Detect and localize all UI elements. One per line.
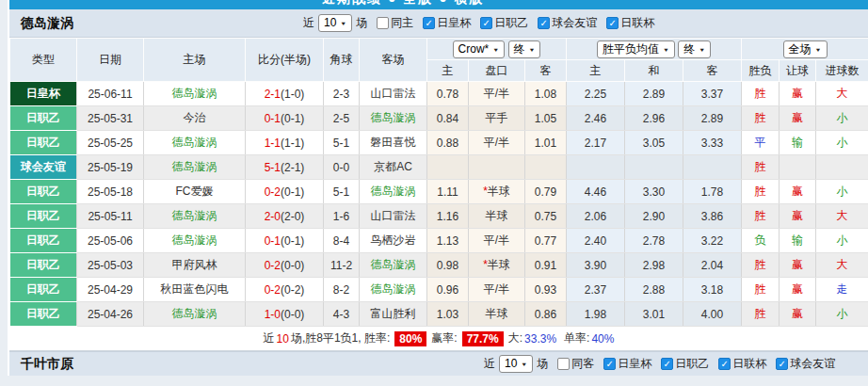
filter-checkbox-away-1[interactable]: ✓日职乙 — [661, 356, 709, 372]
col-subheader-result: 胜负 — [742, 60, 780, 82]
table-row: 日职乙25-05-03甲府风林0-2(0-0)11-2德岛漩涡0.98*半球0.… — [10, 253, 868, 278]
checkbox-unchecked-icon[interactable] — [377, 17, 389, 29]
checkbox-unchecked-icon[interactable] — [557, 358, 570, 370]
handicap-odds-home: 0.78 — [427, 82, 469, 106]
goals-result: 大 — [816, 82, 868, 106]
result-badge: 胜 — [742, 106, 780, 131]
home-team: 甲府风林 — [144, 253, 246, 278]
match-count-select-away[interactable]: 10▼ — [499, 355, 533, 373]
avg-odds-lose: 3.37 — [683, 82, 742, 106]
full-time-score: 2-0 — [265, 210, 281, 223]
checkbox-checked-icon[interactable]: ✓ — [538, 17, 550, 29]
same-venue-checkbox-away[interactable]: 同客 — [557, 356, 594, 372]
filter-checkbox-home-3[interactable]: ✓日联杯 — [606, 15, 654, 31]
away-team: 京都AC — [360, 155, 427, 180]
chevron-down-icon: ▼ — [492, 42, 499, 56]
corner-score: 2-3 — [324, 82, 360, 106]
avg-odds-win: 2.37 — [567, 278, 625, 302]
away-team: 德岛漩涡 — [360, 278, 427, 302]
recent-matches-table: 类型 日期 主场 比分(半场) 角球 客场 Crow*▼ 终▼ 胜平负均值▼ 终… — [9, 38, 868, 327]
result-badge: 胜 — [742, 180, 780, 204]
away-team: 山口雷法 — [360, 82, 427, 106]
recent-results-panel: 近期战绩 ● 全版 ● 横版 德岛漩涡 近10▼场同主✓日皇杯✓日职乙✓球会友谊… — [0, 0, 868, 386]
score-cell: 0-1(0-1) — [246, 229, 324, 253]
scope-select[interactable]: 全场▼ — [783, 40, 828, 58]
score-cell: 0-1(0-1) — [246, 106, 324, 131]
checkbox-checked-icon[interactable]: ✓ — [480, 17, 492, 29]
score-cell: 2-0(2-0) — [246, 204, 324, 229]
avg-source-select[interactable]: 胜平负均值▼ — [597, 40, 675, 58]
handicap-odds-home: 1.16 — [427, 204, 469, 229]
scope-select-cell: 全场▼ — [742, 39, 868, 60]
avg-odds-lose: 3.22 — [683, 229, 742, 253]
handicap-odds-away: 0.77 — [525, 229, 567, 253]
half-time-score: (0-2) — [281, 283, 304, 297]
handicap-line: 半球 — [469, 302, 525, 327]
col-subheader-handicap-result: 让球 — [780, 60, 816, 82]
handicap-line: 半球 — [469, 204, 525, 229]
table-row: 日皇杯25-06-11德岛漩涡2-1(1-0)2-3山口雷法0.78平/半1.0… — [10, 82, 868, 106]
match-date: 25-05-06 — [77, 229, 144, 253]
recent-filter-controls: 近10▼场同主✓日皇杯✓日职乙✓球会友谊✓日联杯 — [303, 14, 654, 32]
filter-checkbox-away-0[interactable]: ✓日皇杯 — [603, 356, 651, 372]
odds-time-select-2[interactable]: 终▼ — [678, 40, 711, 58]
same-venue-checkbox-away-label: 同客 — [571, 356, 594, 372]
handicap-odds-away: 1.01 — [525, 131, 567, 155]
avg-odds-draw: 2.78 — [625, 229, 683, 253]
col-subheader-avg-lose: 客 — [683, 60, 742, 82]
same-venue-checkbox-home[interactable]: 同主 — [377, 15, 413, 31]
filter-checkbox-home-1[interactable]: ✓日职乙 — [480, 15, 528, 31]
top-tabs-bar[interactable]: 近期战绩 ● 全版 ● 横版 — [9, 0, 868, 9]
avg-odds-win — [567, 155, 625, 180]
top-tabs-label: 近期战绩 ● 全版 ● 横版 — [322, 0, 484, 8]
handicap-odds-home: 0.96 — [427, 278, 469, 302]
checkbox-checked-icon[interactable]: ✓ — [776, 358, 788, 370]
handicap-line: 平/半 — [469, 278, 525, 302]
table-row: 日职乙25-05-06德岛漩涡0-1(0-1)8-4鸟栖沙岩1.13平/半0.7… — [10, 229, 868, 253]
checkbox-checked-icon[interactable]: ✓ — [661, 358, 673, 370]
chevron-down-icon: ▼ — [340, 17, 346, 30]
result-badge: 胜 — [742, 278, 780, 302]
avg-odds-lose: 3.86 — [683, 204, 742, 229]
half-time-score: (0-0) — [281, 308, 304, 321]
corner-score: 5-1 — [324, 131, 360, 155]
table-row: 日职乙25-04-29秋田蓝色闪电0-2(0-2)8-2德岛漩涡0.96平/半0… — [10, 278, 868, 302]
avg-odds-win: 4.46 — [567, 180, 625, 204]
filter-checkbox-home-0[interactable]: ✓日皇杯 — [423, 15, 471, 31]
handicap-odds-home: 0.88 — [427, 131, 469, 155]
filter-checkbox-home-2-label: 球会友谊 — [552, 15, 597, 31]
avg-odds-win: 2.06 — [567, 204, 625, 229]
table-row: 球会友谊25-05-19德岛漩涡5-1(2-1)0-0京都AC胜 — [10, 155, 868, 180]
score-cell: 5-1(2-1) — [246, 155, 324, 180]
table-row: 日职乙25-05-31今治0-1(0-1)2-5德岛漩涡0.84平手1.052.… — [10, 106, 868, 131]
col-subheader-handicap-line: 盘口 — [469, 60, 525, 82]
goals-result — [816, 155, 868, 180]
table-row: 日职乙25-05-11德岛漩涡2-0(2-0)1-6山口雷法1.16半球0.75… — [10, 204, 868, 229]
away-team: 鸟栖沙岩 — [360, 229, 427, 253]
full-time-score: 1-1 — [265, 137, 281, 150]
odds-source-select[interactable]: Crow*▼ — [453, 40, 506, 58]
match-date: 25-05-25 — [77, 131, 144, 155]
checkbox-checked-icon[interactable]: ✓ — [423, 17, 435, 29]
odds-time-select-1[interactable]: 终▼ — [508, 40, 541, 58]
home-team: 德岛漩涡 — [144, 302, 246, 327]
filter-checkbox-away-2[interactable]: ✓日联杯 — [718, 356, 766, 372]
handicap-odds-home — [427, 155, 469, 180]
match-count-select-home[interactable]: 10▼ — [318, 14, 352, 32]
table-row: 日职乙25-05-18FC爱媛0-2(0-1)5-1德岛漩涡1.11*半球0.7… — [10, 180, 868, 204]
handicap-result: 输 — [780, 229, 816, 253]
col-subheader-odds-away: 客 — [525, 60, 567, 82]
filter-checkbox-away-3[interactable]: ✓球会友谊 — [776, 356, 835, 372]
col-subheader-goals: 进球数 — [816, 60, 868, 82]
col-subheader-odds-home: 主 — [427, 60, 469, 82]
checkbox-checked-icon[interactable]: ✓ — [606, 17, 619, 29]
match-date: 25-05-18 — [77, 180, 144, 204]
half-time-score: (2-1) — [281, 161, 304, 174]
filter-checkbox-home-2[interactable]: ✓球会友谊 — [538, 15, 597, 31]
checkbox-checked-icon[interactable]: ✓ — [603, 358, 616, 370]
score-cell: 1-1(1-1) — [246, 131, 324, 155]
checkbox-checked-icon[interactable]: ✓ — [718, 358, 731, 370]
match-type-badge: 日职乙 — [10, 131, 77, 155]
handicap-odds-away: 0.93 — [525, 278, 567, 302]
half-time-score: (2-0) — [281, 210, 304, 223]
